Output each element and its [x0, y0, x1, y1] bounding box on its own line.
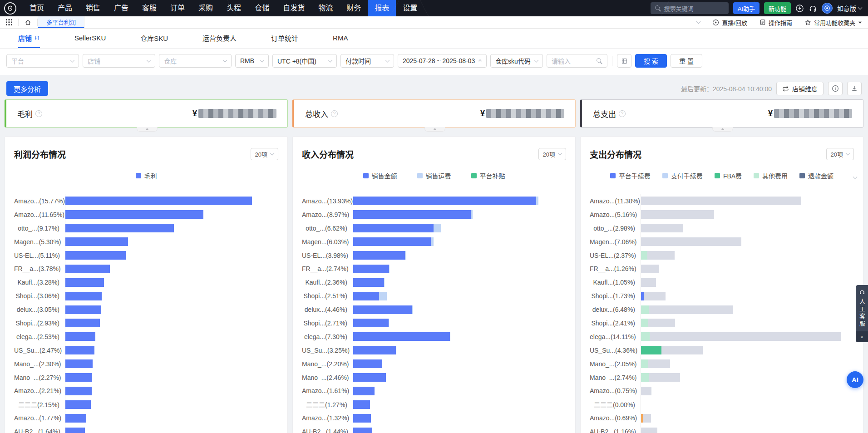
time-type-select[interactable]: 付款时间	[340, 54, 394, 68]
bar[interactable]	[65, 278, 278, 287]
legend-collapse-icon[interactable]	[853, 172, 857, 180]
main-menu-item[interactable]: 自发货	[276, 0, 311, 16]
dimension-tab[interactable]: RMA	[333, 29, 348, 48]
legend-item[interactable]: 支付手续费	[662, 171, 703, 180]
dimension-tab[interactable]: SellerSKU	[74, 29, 106, 48]
bar[interactable]	[641, 332, 854, 341]
bar[interactable]	[353, 210, 566, 219]
bar[interactable]	[353, 265, 566, 273]
customer-service-widget[interactable]: 人工客服 »	[856, 285, 868, 342]
reset-button[interactable]: 重置	[671, 54, 702, 68]
collapse-handle[interactable]	[712, 127, 733, 132]
bar[interactable]	[641, 292, 854, 300]
bar[interactable]	[353, 387, 566, 395]
tabs-collapse-chevron-icon[interactable]	[691, 22, 706, 23]
legend-item[interactable]: 销售运费	[417, 171, 451, 180]
main-menu-item[interactable]: 头程	[220, 0, 248, 16]
dimension-tab[interactable]: 运营负责人	[202, 29, 237, 48]
bar[interactable]	[641, 428, 854, 433]
dimension-switch-button[interactable]: 店铺维度	[776, 82, 824, 95]
bar[interactable]	[65, 359, 278, 368]
bar[interactable]	[641, 197, 854, 205]
bar[interactable]	[65, 292, 278, 300]
bar[interactable]	[353, 400, 566, 409]
main-menu-item[interactable]: 报表	[368, 0, 396, 16]
bar[interactable]	[65, 332, 278, 341]
main-menu-item[interactable]: 产品	[51, 0, 79, 16]
bar[interactable]	[353, 373, 566, 382]
shop-select[interactable]: 店铺	[83, 54, 155, 68]
more-analysis-button[interactable]: 更多分析	[6, 81, 48, 96]
bar[interactable]	[65, 224, 278, 232]
bar[interactable]	[353, 332, 566, 341]
bar[interactable]	[641, 265, 854, 273]
main-menu-item[interactable]: 财务	[340, 0, 368, 16]
bar[interactable]	[353, 428, 566, 433]
bar[interactable]	[641, 359, 854, 368]
collapse-handle[interactable]	[137, 127, 158, 132]
date-range-picker[interactable]: 2025-07-28 ~ 2025-08-03	[398, 54, 487, 68]
bar[interactable]	[65, 197, 278, 205]
ai-chat-bubble[interactable]: AI	[847, 371, 863, 388]
bar[interactable]	[353, 278, 566, 287]
favorites-menu[interactable]: 常用功能收藏夹	[799, 18, 868, 27]
main-menu-item[interactable]: 物流	[311, 0, 340, 16]
items-count-select[interactable]: 20项	[538, 148, 566, 160]
bar[interactable]	[641, 319, 854, 327]
currency-select[interactable]: RMB	[235, 54, 269, 68]
bar[interactable]	[65, 251, 278, 260]
main-menu-item[interactable]: 采购	[192, 0, 220, 16]
legend-item[interactable]: 其他费用	[754, 171, 788, 180]
batch-input-button[interactable]	[617, 54, 631, 68]
apps-grid-icon[interactable]	[0, 16, 18, 28]
bar[interactable]	[65, 305, 278, 314]
export-download-button[interactable]	[847, 82, 862, 95]
bar[interactable]	[353, 319, 566, 327]
warehouse-select[interactable]: 仓库	[159, 54, 232, 68]
home-icon[interactable]	[19, 16, 37, 28]
main-menu-item[interactable]: 客服	[135, 0, 163, 16]
bar[interactable]	[641, 224, 854, 232]
legend-item[interactable]: 销售金额	[363, 171, 397, 180]
bar[interactable]	[353, 292, 566, 300]
bar[interactable]	[353, 251, 566, 260]
main-menu-item[interactable]: 设置	[396, 0, 424, 16]
main-menu-item[interactable]: 广告	[107, 0, 135, 16]
bar[interactable]	[641, 400, 854, 409]
app-logo-icon[interactable]	[4, 2, 16, 15]
bar[interactable]	[65, 265, 278, 273]
operation-guide-link[interactable]: 操作指南	[754, 18, 798, 27]
dimension-tab[interactable]: 订单统计	[271, 29, 298, 48]
bar[interactable]	[641, 237, 854, 246]
open-page-tab[interactable]: 多平台利润	[38, 16, 84, 28]
bar[interactable]	[65, 428, 278, 433]
platform-select[interactable]: 平台	[6, 54, 79, 68]
bar[interactable]	[353, 414, 566, 423]
help-icon[interactable]: ?	[619, 110, 626, 117]
collapse-right-icon[interactable]: »	[856, 331, 868, 342]
collapse-handle[interactable]	[424, 127, 445, 132]
bar[interactable]	[353, 359, 566, 368]
bar[interactable]	[353, 224, 566, 232]
legend-item[interactable]: 退款金额	[799, 171, 833, 180]
bar[interactable]	[65, 387, 278, 395]
items-count-select[interactable]: 20项	[251, 148, 278, 160]
bar[interactable]	[641, 387, 854, 395]
dimension-tab[interactable]: 仓库SKU	[140, 29, 168, 48]
legend-item[interactable]: 平台手续费	[610, 171, 651, 180]
ai-assistant-button[interactable]: AI助手	[733, 2, 760, 14]
bar[interactable]	[65, 346, 278, 354]
main-menu-item[interactable]: 仓储	[248, 0, 276, 16]
main-menu-item[interactable]: 销售	[79, 0, 107, 16]
headset-support-icon[interactable]	[809, 4, 817, 13]
help-icon[interactable]: ?	[331, 110, 338, 117]
sku-type-select[interactable]: 仓库sku代码	[490, 54, 543, 68]
bar[interactable]	[353, 197, 566, 205]
bar[interactable]	[65, 210, 278, 219]
bar[interactable]	[65, 400, 278, 409]
version-menu[interactable]: 如意版	[837, 4, 862, 13]
bar[interactable]	[641, 346, 854, 354]
bar[interactable]	[641, 210, 854, 219]
bar[interactable]	[641, 278, 854, 287]
bar[interactable]	[641, 305, 854, 314]
